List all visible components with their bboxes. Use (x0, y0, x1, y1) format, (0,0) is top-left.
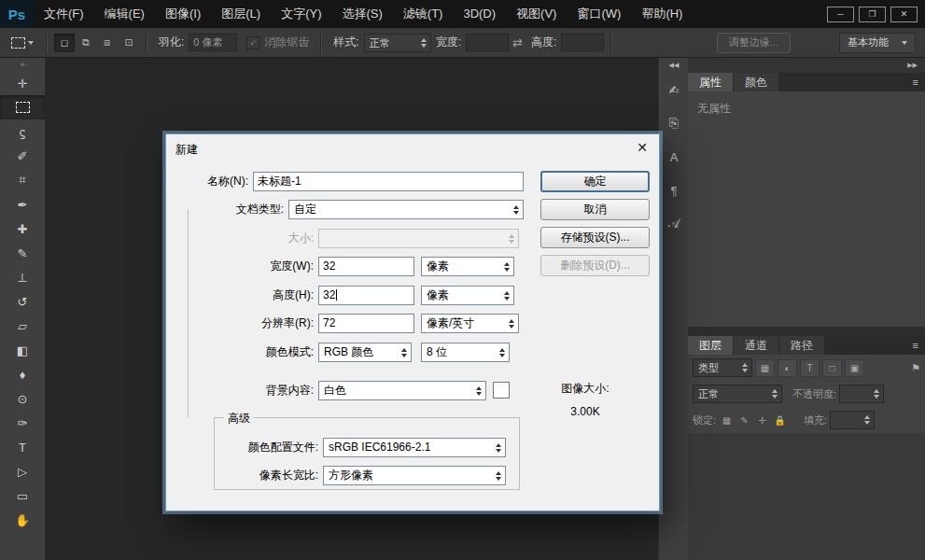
color-profile-select[interactable]: sRGB IEC61966-2.1 (323, 438, 506, 457)
menu-filter[interactable]: 滤镜(T) (393, 0, 454, 28)
resolution-input[interactable]: 72 (318, 314, 414, 333)
layer-lock-row: 锁定: ▦✎✛🔒 填充: (688, 407, 925, 433)
hand-tool[interactable]: ✋ (0, 508, 45, 532)
menu-edit[interactable]: 编辑(E) (94, 0, 155, 28)
spinner-arrows-icon (509, 230, 514, 247)
pen-tool[interactable]: ✑ (0, 411, 45, 435)
refine-edge-button[interactable]: 调整边缘... (717, 33, 791, 53)
panel-splitter[interactable] (688, 327, 925, 336)
blur-tool[interactable]: ♦ (0, 362, 45, 386)
path-selection-tool[interactable]: ▷ (0, 459, 45, 483)
pixel-layer-filter-icon[interactable]: ▦ (755, 359, 775, 377)
toolbar-collapse-icon[interactable]: » (0, 58, 45, 71)
move-tool[interactable]: ✛ (0, 71, 45, 95)
panel-menu-icon[interactable]: ≡ (913, 336, 918, 355)
eraser-tool[interactable]: ▱ (0, 314, 45, 338)
type-tool[interactable]: T (0, 435, 45, 459)
intersect-selection-mode[interactable]: ⊡ (119, 34, 139, 52)
brush-tool[interactable]: ✎ (0, 241, 45, 265)
maximize-button[interactable]: ❐ (859, 7, 886, 22)
pixel-aspect-label: 像素长宽比: (190, 466, 318, 485)
dodge-tool[interactable]: ⊙ (0, 386, 45, 411)
width-input[interactable]: 32 (318, 257, 414, 276)
healing-brush-tool[interactable]: ✚ (0, 217, 45, 241)
rectangular-marquee-tool[interactable] (0, 95, 45, 119)
paragraph-panel-icon[interactable]: ¶ (659, 174, 689, 207)
height-input[interactable]: 32 (318, 286, 414, 305)
character-panel-icon[interactable]: A (659, 140, 689, 174)
ok-button[interactable]: 确定 (540, 171, 650, 192)
cancel-button[interactable]: 取消 (540, 199, 650, 220)
subtract-selection-mode[interactable]: ⧈ (97, 34, 118, 52)
resolution-unit-select[interactable]: 像素/英寸 (421, 314, 519, 333)
color-mode-select[interactable]: RGB 颜色 (318, 343, 412, 362)
tab-channels[interactable]: 通道 (734, 336, 778, 355)
document-type-select[interactable]: 自定 (288, 200, 524, 219)
gradient-tool[interactable]: ◧ (0, 338, 45, 362)
tab-layers[interactable]: 图层 (688, 336, 733, 355)
swap-dimensions-icon[interactable]: ⇄ (512, 35, 523, 49)
layer-filter-toggle-icon[interactable]: ⚑ (911, 362, 920, 374)
panel-menu-icon[interactable]: ≡ (913, 73, 918, 91)
dock-collapse-icon[interactable]: ▶▶ (907, 62, 918, 68)
menu-3d[interactable]: 3D(D) (453, 0, 506, 28)
menu-file[interactable]: 文件(F) (34, 0, 94, 28)
smart-object-filter-icon[interactable]: ▣ (845, 359, 864, 377)
bit-depth-select[interactable]: 8 位 (421, 343, 510, 362)
tab-color[interactable]: 颜色 (734, 73, 778, 91)
lasso-tool[interactable]: ϛ (0, 119, 45, 144)
lock-image-icon[interactable]: ✎ (736, 413, 752, 427)
tab-paths[interactable]: 路径 (779, 336, 824, 355)
dock-expand-icon[interactable]: ◀◀ (659, 58, 689, 73)
add-selection-mode[interactable]: ⧉ (76, 34, 96, 52)
menu-image[interactable]: 图像(I) (155, 0, 211, 28)
antialias-checkbox[interactable]: ✓ (246, 36, 259, 49)
layer-filter-select[interactable]: 类型 (693, 358, 752, 377)
brush-presets-panel-icon[interactable]: ✍ (659, 73, 689, 106)
height-unit-select[interactable]: 像素 (421, 286, 514, 305)
save-preset-button[interactable]: 存储预设(S)... (540, 227, 650, 248)
new-selection-mode[interactable]: □ (54, 34, 75, 52)
menu-window[interactable]: 窗口(W) (567, 0, 631, 28)
menu-layer[interactable]: 图层(L) (211, 0, 271, 28)
width-unit-select[interactable]: 像素 (421, 257, 514, 276)
no-properties-text: 无属性 (697, 102, 731, 115)
tool-preset-picker[interactable] (6, 32, 39, 54)
style-select[interactable]: 正常 (364, 34, 431, 52)
opacity-select[interactable] (839, 385, 884, 403)
menu-help[interactable]: 帮助(H) (631, 0, 693, 28)
menu-type[interactable]: 文字(Y) (271, 0, 331, 28)
close-window-button[interactable]: ✕ (890, 7, 918, 22)
lock-position-icon[interactable]: ✛ (754, 413, 770, 427)
clone-source-panel-icon[interactable]: ⎘ (659, 106, 689, 140)
close-dialog-icon[interactable]: ✕ (637, 140, 648, 155)
panel-icon-dock: ◀◀ ✍⎘A¶𝒜 (658, 58, 689, 560)
workspace-switcher[interactable]: 基本功能 (839, 33, 916, 53)
fill-select[interactable] (830, 411, 875, 429)
lock-all-icon[interactable]: 🔒 (772, 413, 788, 427)
menu-view[interactable]: 视图(V) (506, 0, 567, 28)
quick-selection-tool[interactable]: ✐ (0, 144, 45, 168)
clone-stamp-tool[interactable]: ⊥ (0, 265, 45, 289)
width-input[interactable] (466, 34, 509, 51)
minimize-button[interactable]: ─ (827, 7, 854, 22)
name-input[interactable]: 未标题-1 (253, 172, 524, 191)
type-layer-filter-icon[interactable]: T (800, 359, 820, 377)
background-select[interactable]: 白色 (318, 381, 486, 400)
history-brush-tool[interactable]: ↺ (0, 289, 45, 314)
character-styles-panel-icon[interactable]: 𝒜 (659, 207, 689, 241)
adjustment-layer-filter-icon[interactable]: ◐ (778, 359, 797, 377)
background-color-swatch[interactable] (493, 382, 510, 399)
rectangle-tool[interactable]: ▭ (0, 483, 45, 508)
lock-transparency-icon[interactable]: ▦ (719, 413, 735, 427)
blend-mode-select[interactable]: 正常 (693, 385, 782, 403)
crop-tool[interactable]: ⌗ (0, 168, 45, 192)
eyedropper-tool[interactable]: ✒ (0, 192, 45, 217)
height-input[interactable] (561, 34, 604, 51)
workspace-label: 基本功能 (848, 35, 889, 49)
pixel-aspect-select[interactable]: 方形像素 (323, 466, 506, 485)
menu-select[interactable]: 选择(S) (331, 0, 392, 28)
tab-properties[interactable]: 属性 (688, 73, 733, 91)
feather-input[interactable]: 0 像素 (189, 34, 237, 51)
shape-layer-filter-icon[interactable]: □ (822, 359, 842, 377)
